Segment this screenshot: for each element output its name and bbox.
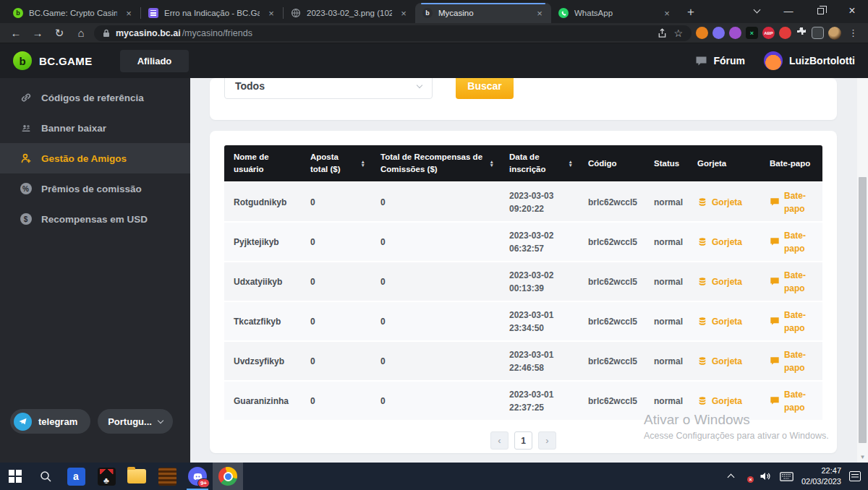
next-page-button[interactable]: › (538, 431, 556, 450)
col-header-commission-total[interactable]: Total de Recompensas de Comissões ($) ▲▼ (371, 151, 500, 175)
browser-menu-icon[interactable]: ⋮ (846, 27, 861, 38)
network-error-icon[interactable]: × (741, 472, 752, 481)
red-hand-extension-icon[interactable] (779, 27, 791, 39)
system-tray: × 22:47 02/03/2023 (728, 465, 868, 487)
x-extension-icon[interactable]: × (746, 27, 758, 39)
minimize-button[interactable]: — (773, 0, 804, 22)
taskbar-discord[interactable]: 9+ (182, 463, 213, 490)
tip-link[interactable]: Gorjeta (688, 236, 760, 249)
chat-link[interactable]: Bate-papo (760, 269, 822, 295)
cell-username: Guaranizinha (224, 395, 301, 408)
address-bar[interactable]: mycasino.bc.ai/mycasino/friends ☆ (94, 25, 692, 41)
tip-link[interactable]: Gorjeta (688, 355, 760, 368)
tab-mycasino-active[interactable]: b Mycasino × (415, 3, 551, 23)
tip-link[interactable]: Gorjeta (688, 315, 760, 328)
bcgame-favicon-icon: b (13, 8, 23, 18)
window-controls: — × (741, 0, 868, 22)
sort-icon[interactable]: ▲▼ (361, 160, 365, 167)
tab-png-image[interactable]: 2023-03-02_3.png (1024×76 × (284, 3, 415, 23)
col-header-signup-date[interactable]: Data de inscrição ▲▼ (500, 151, 579, 175)
scrollbar-thumb[interactable] (859, 177, 867, 443)
prev-page-button[interactable]: ‹ (490, 431, 509, 450)
language-selector[interactable]: Portugu... (98, 409, 173, 434)
share-icon[interactable] (657, 28, 668, 38)
adblock-plus-icon[interactable]: ABP (762, 27, 775, 39)
volume-icon[interactable] (760, 471, 772, 481)
page-scrollbar[interactable]: ▼ (857, 78, 868, 463)
sidebar-item-gestao-de-amigos[interactable]: Gestão de Amigos (0, 143, 190, 173)
taskbar-wood-app[interactable] (152, 463, 182, 490)
chat-bubble-icon (770, 317, 780, 326)
table-row: Uvdzsyfikyb 0 0 2023-03-0122:46:58 brlc6… (224, 342, 822, 380)
tab-search-chevron-icon[interactable] (741, 0, 773, 22)
sidebar-item-recompensas-em-usd[interactable]: $ Recompensas em USD (0, 204, 190, 234)
sort-icon[interactable]: ▲▼ (490, 160, 494, 167)
clock-date: 02/03/2023 (801, 476, 841, 487)
tab-close-icon[interactable]: × (398, 7, 409, 19)
bookmark-star-icon[interactable]: ☆ (673, 27, 683, 39)
coins-icon (697, 277, 707, 286)
browser-profile-avatar[interactable] (828, 27, 841, 40)
sidebar-item-premios-de-comissao[interactable]: % Prêmios de comissão (0, 173, 190, 204)
tab-close-icon[interactable]: × (661, 7, 673, 19)
tab-close-icon[interactable]: × (534, 7, 545, 19)
buscar-button[interactable]: Buscar (456, 78, 514, 99)
purple-extension-icon[interactable] (729, 27, 741, 39)
taskbar-search-button[interactable] (30, 463, 61, 490)
action-center-icon[interactable] (849, 471, 861, 481)
chat-link[interactable]: Bate-papo (760, 348, 822, 374)
sidebar-item-banner-baixar[interactable]: Banner baixar (0, 113, 190, 143)
extensions-puzzle-icon[interactable] (796, 26, 807, 40)
chat-link[interactable]: Bate-papo (760, 309, 822, 335)
start-button[interactable] (0, 463, 30, 490)
taskbar-file-explorer[interactable] (122, 463, 152, 490)
tab-close-icon[interactable]: × (265, 7, 277, 19)
telegram-button[interactable]: telegram (10, 409, 90, 434)
current-page[interactable]: 1 (514, 431, 532, 450)
phantom-extension-icon[interactable] (712, 27, 725, 39)
tip-link[interactable]: Gorjeta (688, 196, 760, 209)
col-header-tip: Gorjeta (688, 158, 760, 170)
tab-bcgame-crypto-casino[interactable]: b BC.Game: Crypto Casino Gam × (6, 3, 140, 23)
nav-afiliado[interactable]: Afiliado (120, 50, 190, 72)
cell-username: Tkcatzfikyb (224, 315, 301, 328)
cell-signup-date: 2023-03-0200:13:39 (500, 269, 579, 295)
tip-link[interactable]: Gorjeta (688, 275, 760, 288)
chat-link[interactable]: Bate-papo (760, 388, 822, 414)
filter-dropdown[interactable]: Todos (224, 78, 433, 99)
metamask-extension-icon[interactable] (696, 27, 708, 39)
keyboard-icon[interactable] (780, 472, 793, 481)
taskbar-clock[interactable]: 22:47 02/03/2023 (801, 465, 841, 487)
tab-title: 2023-03-02_3.png (1024×76 (307, 9, 392, 17)
col-header-bet-total[interactable]: Aposta total ($) ▲▼ (301, 151, 371, 175)
taskbar-chrome-active[interactable] (213, 463, 243, 490)
sidebar-item-codigos-de-referencia[interactable]: Códigos de referência (0, 82, 190, 113)
sidebar: Códigos de referência Banner baixar Gest… (0, 78, 190, 463)
chat-link[interactable]: Bate-papo (760, 229, 822, 255)
tab-whatsapp[interactable]: WhatsApp × (551, 3, 678, 23)
taskbar-amd-app[interactable]: a (61, 463, 91, 490)
tab-close-icon[interactable]: × (123, 7, 135, 19)
sidebar-extension-icon[interactable] (812, 27, 824, 39)
cell-code: brlc62wccl5 (579, 315, 644, 328)
reload-icon[interactable]: ↻ (51, 25, 68, 42)
table-body: Rotgudnikyb 0 0 2023-03-0309:20:22 brlc6… (224, 183, 822, 420)
sort-icon[interactable]: ▲▼ (569, 160, 573, 167)
new-tab-button[interactable]: + (681, 3, 700, 22)
forum-link[interactable]: Fórum (695, 55, 745, 66)
home-icon[interactable]: ⌂ (72, 25, 90, 42)
user-menu[interactable]: LuizBortolotti (764, 51, 855, 70)
back-icon[interactable]: ← (7, 25, 25, 42)
restore-button[interactable] (804, 0, 836, 22)
close-window-button[interactable]: × (836, 0, 868, 22)
bcgame-brand[interactable]: b BC.GAME (13, 51, 93, 70)
forward-icon[interactable]: → (29, 25, 46, 42)
tip-link[interactable]: Gorjeta (688, 395, 760, 408)
chat-link[interactable]: Bate-papo (760, 189, 822, 215)
taskbar-casino-app[interactable]: ♣ (91, 463, 122, 490)
tray-chevron-up-icon[interactable] (727, 474, 734, 481)
tab-erro-na-indicacao[interactable]: Erro na Indicação - BC.Game × (141, 3, 283, 23)
cell-status: normal (644, 395, 688, 408)
table-row: Pyjktejikyb 0 0 2023-03-0206:32:57 brlc6… (224, 223, 822, 261)
scrollbar-down-arrow-icon[interactable]: ▼ (857, 454, 868, 460)
